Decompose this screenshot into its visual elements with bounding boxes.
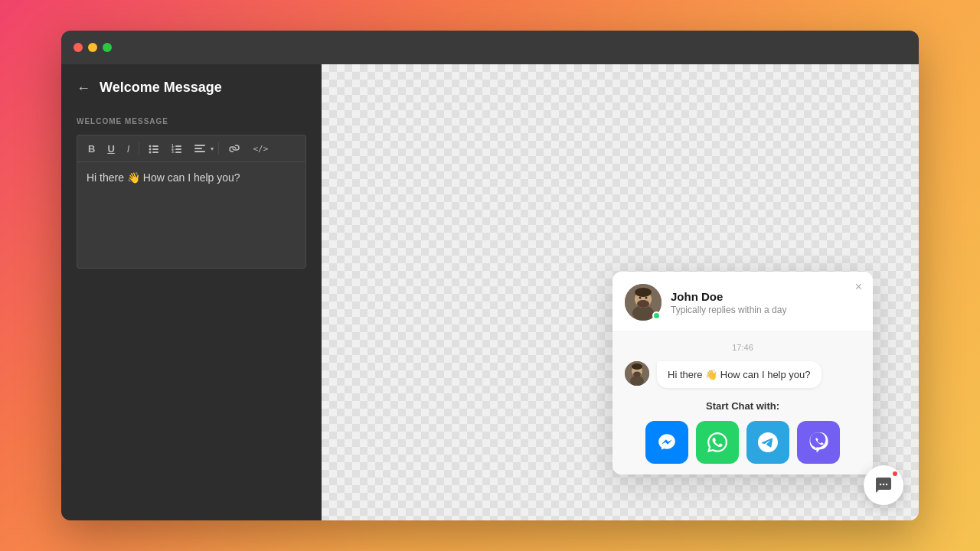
chat-widget: John Doe Typically replies within a day … (612, 272, 873, 474)
editor-content: Hi there 👋 How can I help you? (87, 171, 240, 184)
float-chat-button[interactable] (864, 465, 903, 505)
traffic-lights (74, 43, 112, 52)
chat-close-button[interactable]: × (855, 281, 862, 293)
viber-button[interactable] (797, 421, 840, 464)
bold-button[interactable]: B (83, 141, 100, 157)
align-icon (194, 143, 205, 154)
svg-rect-3 (152, 148, 158, 150)
agent-info: John Doe Typically replies within a day (671, 290, 786, 315)
chat-channels (625, 421, 861, 464)
chat-timestamp: 17:46 (625, 343, 861, 352)
fullscreen-traffic-light[interactable] (103, 43, 112, 52)
align-chevron-icon: ▾ (211, 145, 214, 152)
app-window: ← Welcome Message WELCOME MESSAGE B U I (61, 31, 919, 520)
svg-point-4 (149, 152, 152, 154)
online-status-dot (652, 311, 661, 320)
link-button[interactable] (224, 140, 245, 157)
messenger-button[interactable] (645, 421, 688, 464)
svg-point-20 (645, 297, 648, 299)
editor-toolbar: B U I 1. (77, 135, 306, 161)
start-chat-label: Start Chat with: (625, 400, 861, 412)
svg-point-29 (886, 484, 887, 485)
close-traffic-light[interactable] (74, 43, 83, 52)
ordered-list-button[interactable]: 1. 2. 3. (167, 140, 187, 157)
svg-rect-5 (152, 152, 158, 153)
section-label: WELCOME MESSAGE (77, 117, 306, 126)
toolbar-divider-2 (218, 142, 219, 155)
chat-bubble-icon (874, 476, 893, 494)
svg-point-2 (149, 148, 152, 151)
align-button[interactable] (190, 140, 210, 157)
page-title: Welcome Message (100, 80, 222, 96)
titlebar (61, 31, 919, 64)
underline-button[interactable]: U (103, 141, 119, 157)
svg-point-19 (639, 297, 642, 299)
agent-status: Typically replies within a day (671, 305, 786, 315)
whatsapp-button[interactable] (696, 421, 739, 464)
agent-name: John Doe (671, 290, 786, 303)
svg-rect-7 (175, 145, 181, 147)
telegram-button[interactable] (746, 421, 789, 464)
svg-rect-13 (194, 148, 202, 149)
svg-rect-14 (194, 151, 205, 152)
chat-message-text: Hi there 👋 How can I help you? (668, 369, 811, 380)
svg-point-21 (635, 288, 652, 297)
link-icon (228, 143, 240, 154)
whatsapp-icon (707, 432, 727, 452)
italic-button[interactable]: I (122, 141, 135, 157)
align-dropdown[interactable]: ▾ (190, 140, 214, 157)
bullet-list-button[interactable] (144, 140, 164, 157)
chat-header: John Doe Typically replies within a day … (612, 272, 873, 332)
viber-icon (808, 432, 828, 452)
chat-message-bubble: Hi there 👋 How can I help you? (657, 361, 822, 388)
left-panel: ← Welcome Message WELCOME MESSAGE B U I (61, 64, 322, 520)
toolbar-divider-1 (139, 142, 139, 155)
telegram-icon (758, 432, 778, 452)
svg-point-18 (637, 300, 649, 308)
panel-header: ← Welcome Message (77, 80, 306, 96)
chat-body: 17:46 Hi there 👋 Ho (612, 332, 873, 474)
main-content: ← Welcome Message WELCOME MESSAGE B U I (61, 64, 919, 520)
svg-rect-9 (175, 148, 181, 150)
editor-body[interactable]: Hi there 👋 How can I help you? (77, 161, 306, 269)
notification-dot (891, 470, 899, 478)
message-avatar (625, 361, 649, 386)
svg-rect-1 (152, 145, 158, 147)
svg-point-28 (883, 484, 884, 485)
bullet-list-icon (149, 143, 159, 154)
avatar-wrapper (625, 284, 662, 321)
svg-rect-12 (194, 145, 205, 146)
code-button[interactable]: </> (248, 142, 273, 156)
message-avatar-image (625, 361, 649, 386)
minimize-traffic-light[interactable] (88, 43, 97, 52)
right-panel: John Doe Typically replies within a day … (322, 64, 919, 520)
svg-text:3.: 3. (172, 149, 175, 154)
svg-point-27 (880, 484, 881, 485)
svg-point-25 (633, 372, 641, 377)
messenger-icon (657, 432, 677, 452)
svg-rect-11 (175, 152, 181, 153)
ordered-list-icon: 1. 2. 3. (172, 143, 182, 154)
svg-point-0 (149, 145, 152, 148)
back-button[interactable]: ← (77, 81, 90, 95)
chat-message-row: Hi there 👋 How can I help you? (625, 361, 861, 388)
svg-point-26 (632, 364, 642, 370)
